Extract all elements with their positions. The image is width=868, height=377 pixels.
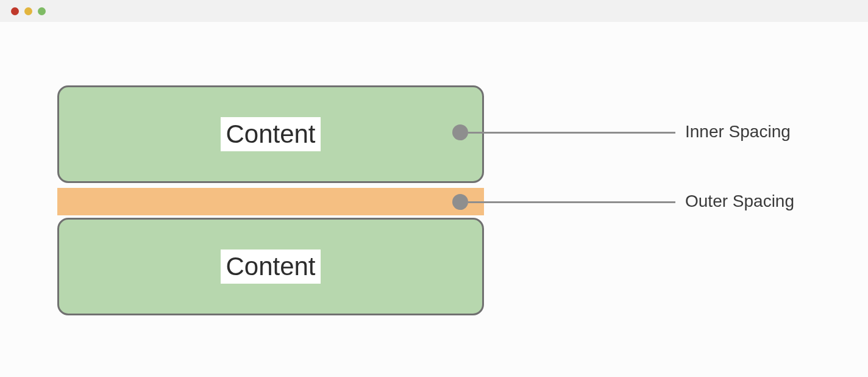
callout-label-inner: Inner Spacing xyxy=(685,122,791,142)
diagram-canvas: Content Content Inner Spacing Outer Spac… xyxy=(0,22,868,377)
outer-spacing-band xyxy=(57,188,484,215)
content-label-bottom: Content xyxy=(221,250,320,284)
callout-line-outer xyxy=(468,201,675,203)
content-box-bottom: Content xyxy=(57,218,484,315)
close-icon[interactable] xyxy=(11,7,19,15)
callout-label-outer: Outer Spacing xyxy=(685,192,794,211)
content-label-top: Content xyxy=(221,117,320,151)
maximize-icon[interactable] xyxy=(38,7,46,15)
content-box-top: Content xyxy=(57,85,484,183)
window-titlebar xyxy=(0,0,868,22)
callout-line-inner xyxy=(468,132,675,134)
callout-dot-inner xyxy=(452,124,468,140)
callout-dot-outer xyxy=(452,194,468,210)
minimize-icon[interactable] xyxy=(24,7,32,15)
